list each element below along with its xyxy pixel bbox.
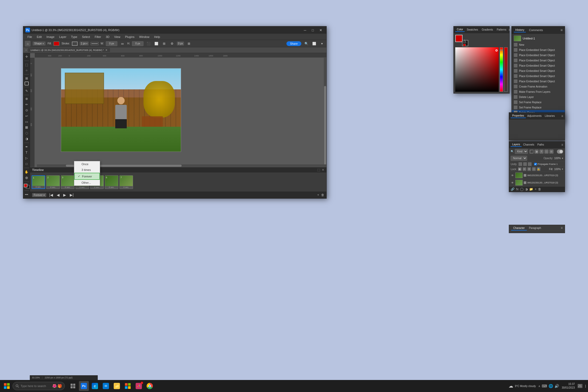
filter-toggle[interactable] [557, 149, 563, 154]
clone-stamp-tool[interactable]: ⊙ [24, 108, 30, 113]
lock-all-icon[interactable]: 🔒 [537, 167, 540, 171]
brush-tool[interactable]: ✏ [24, 102, 30, 107]
filter-smart-icon[interactable]: ⊙ [549, 149, 554, 154]
prop-tab-adjustments[interactable]: Adjustments [526, 114, 543, 118]
new-layer-icon[interactable]: + [535, 187, 537, 191]
gamut-color-preview[interactable] [463, 44, 466, 46]
expand-tray-icon[interactable]: ∧ [538, 385, 540, 388]
history-item-create-animation[interactable]: Create Frame Animation [512, 84, 565, 89]
add-frame-button[interactable]: + [317, 193, 319, 197]
search-icon[interactable]: 🔍 [303, 41, 309, 47]
align-left-icon[interactable]: ⬛ [146, 41, 151, 47]
rectangular-marquee-tool[interactable]: ⬚ [24, 62, 30, 67]
history-item-1[interactable]: Place Embedded Smart Object [512, 47, 565, 53]
eyedropper-tool[interactable]: ✎ [24, 88, 30, 94]
stroke-width-selector[interactable]: 1 px ▾ [80, 42, 89, 45]
history-item-5[interactable]: Place Embedded Smart Object [512, 68, 565, 73]
loop-forever-option[interactable]: ✓ Forever [74, 173, 100, 180]
history-panel-menu-icon[interactable]: ≡ [561, 28, 563, 32]
crop-tool[interactable]: ⊠ [24, 76, 30, 81]
mail-taskbar-icon[interactable]: ✉ [101, 381, 111, 391]
history-item-7[interactable]: Place Embedded Smart Object [512, 79, 565, 84]
blur-tool[interactable]: ◌ [24, 130, 30, 136]
lock-transparent-icon[interactable]: ▦ [518, 167, 522, 171]
filter-pixel-icon[interactable]: ⬛ [529, 149, 534, 154]
stroke-color-swatch[interactable] [72, 42, 78, 46]
history-item-header[interactable]: Untitled-1 [512, 35, 565, 42]
width-input[interactable] [106, 41, 117, 46]
menu-type[interactable]: Type [69, 35, 79, 39]
timeline-close-icon[interactable]: ✕ [322, 168, 324, 172]
menu-image[interactable]: Image [44, 35, 57, 39]
link-layers-icon[interactable]: 🔗 [511, 187, 515, 191]
menu-edit[interactable]: Edit [35, 35, 44, 39]
layer-item-2[interactable]: 👁 IMG20230130...URST018 (3) [509, 179, 565, 186]
layer-eye-icon-2[interactable]: 👁 [511, 181, 514, 185]
history-item-2[interactable]: Place Embedded Smart Object [512, 53, 565, 58]
next-frame-button[interactable]: ▶| [69, 193, 74, 197]
prop-tab-properties[interactable]: Properties [511, 114, 526, 118]
shape-tool[interactable]: □ [24, 161, 30, 166]
grid-icon[interactable]: ⊞ [186, 41, 192, 47]
gradient-tool[interactable]: ▦ [24, 125, 30, 130]
alpha-slider[interactable] [504, 47, 508, 92]
menu-help[interactable]: Help [152, 35, 162, 39]
loop-selector-button[interactable]: Forever ▾ [32, 193, 46, 197]
loop-other-option[interactable]: Other... [74, 180, 100, 186]
tabs-collapse-arrow[interactable]: » [25, 49, 27, 51]
corner-radius-selector[interactable]: 0 px [177, 42, 184, 45]
menu-filter[interactable]: Filter [93, 35, 103, 39]
history-item-set-frame-2[interactable]: Set Frame Replace [512, 105, 565, 110]
delete-layer-icon[interactable]: 🗑 [538, 187, 541, 191]
eraser-tool[interactable]: ▭ [24, 119, 30, 124]
tiles-taskbar-icon[interactable] [123, 381, 133, 391]
add-layer-style-icon[interactable]: fx [516, 187, 518, 191]
paragraph-tab[interactable]: Paragraph [527, 226, 543, 230]
menu-select[interactable]: Select [80, 35, 92, 39]
history-item-new[interactable]: New [512, 42, 565, 47]
loop-3times-option[interactable]: 3 times [74, 167, 100, 173]
show-desktop-button[interactable]: | [585, 384, 586, 388]
fg-color-swatch[interactable] [455, 35, 463, 42]
height-input[interactable] [132, 41, 143, 46]
explorer-taskbar-icon[interactable]: 📁 [112, 381, 122, 391]
hand-tool[interactable]: ✋ [24, 169, 30, 175]
character-panel-menu-icon[interactable]: ≡ [561, 226, 563, 230]
lock-position-icon[interactable]: ✛ [527, 167, 531, 171]
filter-shape-icon[interactable]: □ [544, 149, 549, 154]
healing-brush-tool[interactable]: ⊕ [24, 96, 30, 102]
home-button[interactable]: ⌂ [25, 41, 31, 47]
text-tool[interactable]: T [24, 150, 30, 155]
panels-icon[interactable]: ▾ [319, 41, 325, 47]
filter-adjust-icon[interactable]: ◑ [534, 149, 539, 154]
history-tab[interactable]: History [514, 28, 526, 32]
loop-dropdown-menu[interactable]: Once 3 times ✓ Forever Other... [74, 161, 100, 186]
maximize-button[interactable]: □ [309, 26, 316, 34]
menu-plugins[interactable]: Plugins [123, 35, 136, 39]
link-dimensions-icon[interactable]: ∞ [119, 41, 125, 47]
start-button[interactable] [2, 381, 11, 391]
volume-icon[interactable]: 🔊 [555, 384, 559, 388]
zoom-tool[interactable]: ⊕ [24, 175, 30, 180]
move-tool[interactable]: ✛ [24, 54, 30, 59]
color-tab-gradients[interactable]: Gradients [480, 28, 494, 32]
filter-type-icon[interactable]: T [539, 149, 544, 154]
timeline-frame-6[interactable]: 6 0 sec. [105, 175, 118, 189]
edge-taskbar-icon[interactable]: e [90, 381, 100, 391]
time-area[interactable]: 15:37 30/01/2023 [562, 382, 575, 390]
shape-selector[interactable]: Shape ▾ [33, 42, 45, 45]
close-button[interactable]: ✕ [317, 26, 324, 34]
new-group-icon[interactable]: 📁 [529, 187, 533, 191]
search-bar[interactable]: Type here to search 🌺 🎁 [13, 382, 65, 390]
pen-tool[interactable]: ✒ [24, 144, 30, 149]
timeline-frame-3[interactable]: 3 0 sec. [61, 175, 74, 189]
notifications-taskbar-icon[interactable]: 📣 2 [134, 381, 144, 391]
layers-tab-channels[interactable]: Channels [522, 143, 536, 147]
history-item-delete-layer[interactable]: Delete Layer [512, 94, 565, 100]
new-adjustment-layer-icon[interactable]: ◑ [525, 187, 528, 191]
color-tab-color[interactable]: Color [455, 27, 465, 32]
menu-layer[interactable]: Layer [57, 35, 68, 39]
menu-window[interactable]: Window [137, 35, 152, 39]
unify-position-icon[interactable] [518, 162, 522, 166]
taskview-button[interactable] [68, 381, 78, 391]
